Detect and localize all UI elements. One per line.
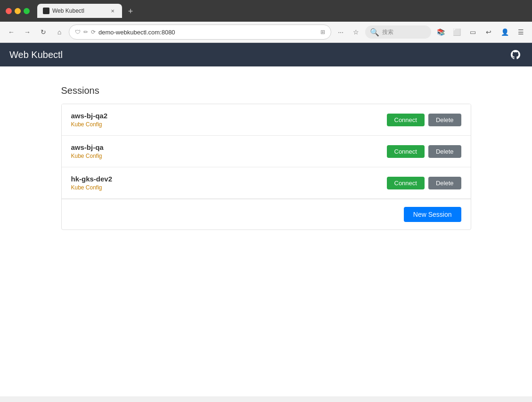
sessions-footer: New Session [62,199,471,230]
profile-button[interactable]: 👤 [498,25,511,39]
security-icon: 🛡 [75,29,81,35]
tab-bar: Web Kubectl ✕ + [33,4,526,18]
bookmark-button[interactable]: ☆ [349,25,362,39]
connect-button[interactable]: Connect [387,177,425,189]
toolbar: ← → ↻ ⌂ 🛡 ✏ ⟳ demo-webkubectl.com:8080 ⊞… [0,22,532,43]
bookmarks-library-button[interactable]: 📚 [434,25,447,39]
session-actions: Connect Delete [387,114,461,126]
active-tab[interactable]: Web Kubectl ✕ [37,4,122,18]
delete-button[interactable]: Delete [428,145,461,158]
sessions-table: aws-bj-qa2 Kube Config Connect Delete aw… [61,104,471,230]
tab-close-button[interactable]: ✕ [109,7,116,15]
session-name: aws-bj-qa2 [71,112,387,120]
maximize-button[interactable] [24,8,30,14]
app-title: Web Kubectl [9,49,63,60]
sessions-container: Sessions aws-bj-qa2 Kube Config Connect … [61,85,471,230]
search-placeholder-text: 搜索 [382,28,393,36]
search-icon: 🔍 [370,28,379,37]
back-button[interactable]: ← [5,25,18,39]
session-info: hk-gks-dev2 Kube Config [71,175,387,191]
edit-icon: ✏ [83,29,88,35]
minimize-button[interactable] [15,8,21,14]
new-tab-button[interactable]: + [124,5,137,18]
session-name: hk-gks-dev2 [71,175,387,183]
reader-button[interactable]: ▭ [466,25,479,39]
connect-button[interactable]: Connect [387,114,425,126]
table-row: hk-gks-dev2 Kube Config Connect Delete [62,167,471,199]
connect-button[interactable]: Connect [387,145,425,158]
github-icon[interactable] [508,48,523,62]
new-session-button[interactable]: New Session [404,207,461,222]
more-options-button[interactable]: ··· [334,25,347,39]
search-bar[interactable]: 🔍 搜索 [365,25,431,39]
reload-button[interactable]: ↻ [37,25,50,39]
forward-button[interactable]: → [21,25,34,39]
app-header: Web Kubectl [0,43,532,66]
table-row: aws-bj-qa Kube Config Connect Delete [62,136,471,167]
app-content: Sessions aws-bj-qa2 Kube Config Connect … [0,66,532,396]
session-actions: Connect Delete [387,177,461,189]
close-button[interactable] [6,8,12,14]
table-row: aws-bj-qa2 Kube Config Connect Delete [62,104,471,136]
tab-favicon [43,8,49,14]
session-info: aws-bj-qa2 Kube Config [71,112,387,128]
session-name: aws-bj-qa [71,143,387,151]
title-bar: Web Kubectl ✕ + [0,0,532,22]
menu-button[interactable]: ☰ [514,25,527,39]
qr-icon: ⊞ [320,29,325,35]
sessions-heading: Sessions [61,85,471,96]
traffic-lights [6,8,30,14]
session-type: Kube Config [71,121,387,128]
session-actions: Connect Delete [387,145,461,158]
toolbar-right: ··· ☆ [334,25,362,39]
session-type: Kube Config [71,153,387,159]
home-button[interactable]: ⌂ [53,25,66,39]
browser-chrome: Web Kubectl ✕ + ← → ↻ ⌂ 🛡 ✏ ⟳ demo-webku… [0,0,532,396]
reload-icon: ⟳ [91,29,96,35]
delete-button[interactable]: Delete [428,177,461,189]
session-info: aws-bj-qa Kube Config [71,143,387,159]
screenshot-button[interactable]: ⬜ [450,25,463,39]
back-alt-button[interactable]: ↩ [482,25,495,39]
tab-title: Web Kubectl [52,8,84,14]
address-text: demo-webkubectl.com:8080 [98,29,318,36]
session-type: Kube Config [71,184,387,191]
address-bar[interactable]: 🛡 ✏ ⟳ demo-webkubectl.com:8080 ⊞ [69,25,331,40]
delete-button[interactable]: Delete [428,114,461,126]
